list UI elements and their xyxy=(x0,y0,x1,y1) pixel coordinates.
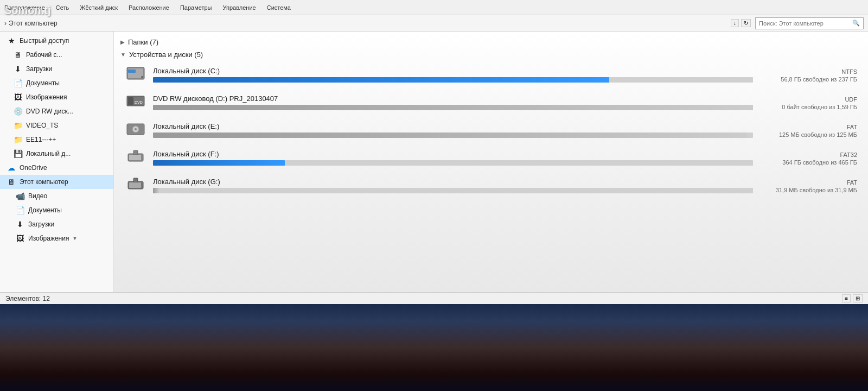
content-area: ▶ Папки (7) ▼ Устройства и диски (5) Лок… xyxy=(114,31,868,292)
drive-e-details: FAT 125 МБ свободно из 125 МБ xyxy=(760,124,857,138)
sidebar-label-video: Видео xyxy=(28,192,47,200)
search-icon: 🔍 xyxy=(852,20,860,27)
svg-rect-15 xyxy=(129,182,141,188)
refresh-button[interactable]: ↓ xyxy=(731,19,739,27)
drive-f-fs: FAT32 xyxy=(760,152,857,158)
hdd-icon: 💾 xyxy=(13,149,23,158)
sidebar: ★ Быстрый доступ 🖥 Рабочий с... ⬇ Загруз… xyxy=(0,31,114,292)
toolbar-system[interactable]: Система xyxy=(267,4,291,11)
sidebar-item-docs2[interactable]: 📄 Документы xyxy=(0,203,113,217)
drive-c-fill xyxy=(153,77,609,83)
search-input[interactable] xyxy=(759,20,852,27)
drive-e-info: Локальный диск (E:) xyxy=(153,122,753,139)
sidebar-item-desktop[interactable]: 🖥 Рабочий с... xyxy=(0,48,113,62)
devices-section-label: Устройства и диски (5) xyxy=(129,51,203,59)
view-tiles-button[interactable]: ⊞ xyxy=(853,294,863,302)
drive-d-name: DVD RW дисковод (D:) PRJ_20130407 xyxy=(153,94,753,103)
sidebar-item-local-d[interactable]: 💾 Локальный д... xyxy=(0,147,113,161)
sidebar-item-video-ts[interactable]: 📁 VIDEO_TS xyxy=(0,118,113,133)
sidebar-label-docs2: Документы xyxy=(28,206,62,214)
sidebar-label-pictures: Изображения xyxy=(26,93,67,101)
sidebar-item-quick-access[interactable]: ★ Быстрый доступ xyxy=(0,34,113,48)
sidebar-item-onedrive[interactable]: ☁ OneDrive xyxy=(0,161,113,175)
toolbar-params[interactable]: Параметры xyxy=(180,4,212,11)
drive-f-bar xyxy=(153,160,753,166)
toolbar-hdd-label: Жёсткий диск xyxy=(80,4,118,11)
sidebar-label-video-ts: VIDEO_TS xyxy=(26,122,58,129)
sidebar-item-pictures[interactable]: 🖼 Изображения xyxy=(0,90,113,104)
img-icon: 🖼 xyxy=(15,234,25,243)
video-icon: 📹 xyxy=(15,192,25,200)
sidebar-item-dls2[interactable]: ⬇ Загрузки xyxy=(0,217,113,231)
sidebar-label-images: Изображения xyxy=(28,235,69,242)
drive-f-fill xyxy=(153,160,285,166)
toolbar-manage[interactable]: Управление xyxy=(223,4,256,11)
sidebar-label-dvd: DVD RW диск... xyxy=(26,108,73,115)
svg-rect-14 xyxy=(133,178,138,182)
dvd-icon: 💿 xyxy=(13,107,23,116)
drive-f-info: Локальный диск (F:) xyxy=(153,150,753,167)
drive-d-info: DVD RW дисковод (D:) PRJ_20130407 xyxy=(153,94,753,111)
drive-c-bar xyxy=(153,77,753,83)
toolbar-manage-label: Управление xyxy=(223,4,256,11)
reload-button[interactable]: ↻ xyxy=(741,19,751,27)
sidebar-label-downloads: Загрузки xyxy=(26,65,52,73)
drive-c-name: Локальный диск (C:) xyxy=(153,67,753,75)
drive-g-icon xyxy=(125,176,146,196)
drive-g-bar xyxy=(153,188,753,193)
dl2-icon: ⬇ xyxy=(15,220,25,229)
items-count: Элементов: 12 xyxy=(5,295,50,302)
drive-d-fs: UDF xyxy=(760,96,857,103)
desktop-background xyxy=(0,304,868,391)
view-details-button[interactable]: ≡ xyxy=(842,294,851,302)
drive-f-item[interactable]: Локальный диск (F:) FAT32 364 ГБ свободн… xyxy=(120,145,861,172)
drive-e-item[interactable]: Локальный диск (E:) FAT 125 МБ свободно … xyxy=(120,117,861,144)
picture-icon: 🖼 xyxy=(13,93,23,102)
drive-g-item[interactable]: Локальный диск (G:) FAT 31,9 МБ свободно… xyxy=(120,173,861,199)
doc-icon: 📄 xyxy=(13,79,23,87)
toolbar-location-label: Расположение xyxy=(4,4,45,11)
folders-arrow-icon: ▶ xyxy=(120,39,125,45)
drive-c-info: Локальный диск (C:) xyxy=(153,67,753,84)
doc2-icon: 📄 xyxy=(15,206,25,215)
svg-point-2 xyxy=(141,76,143,78)
search-box[interactable]: 🔍 xyxy=(755,17,864,29)
drive-c-icon xyxy=(125,65,146,85)
drive-g-free: 31,9 МБ свободно из 31,9 МБ xyxy=(760,187,857,193)
chevron-down-icon: ▼ xyxy=(72,236,77,241)
address-bar: › Этот компьютер ↓ ↻ 🔍 xyxy=(0,15,868,31)
drive-g-info: Локальный диск (G:) xyxy=(153,178,753,194)
toolbar-network[interactable]: Сеть xyxy=(56,4,69,11)
toolbar-network-label: Сеть xyxy=(56,4,69,11)
drive-c-fs: NTFS xyxy=(760,68,857,75)
toolbar-location2[interactable]: Расположение xyxy=(129,4,169,11)
breadcrumb[interactable]: › Этот компьютер xyxy=(4,20,726,27)
devices-section-header[interactable]: ▼ Устройства и диски (5) xyxy=(120,48,861,61)
devices-arrow-icon: ▼ xyxy=(120,52,126,58)
drive-g-fs: FAT xyxy=(760,179,857,186)
sidebar-item-this-pc[interactable]: 🖥 Этот компьютер xyxy=(0,175,113,189)
drive-f-icon xyxy=(125,148,146,168)
svg-text:DVD: DVD xyxy=(135,100,143,104)
toolbar-hdd[interactable]: Жёсткий диск xyxy=(80,4,118,11)
sidebar-item-ee11[interactable]: 📁 ЕЕ11---++ xyxy=(0,133,113,147)
svg-rect-11 xyxy=(133,150,138,155)
drive-c-item[interactable]: Локальный диск (C:) NTFS 56,8 ГБ свободн… xyxy=(120,62,861,89)
sidebar-item-dvd[interactable]: 💿 DVD RW диск... xyxy=(0,104,113,118)
svg-point-9 xyxy=(135,128,137,130)
cloud-icon: ☁ xyxy=(7,163,16,172)
breadcrumb-label: Этот компьютер xyxy=(9,20,58,27)
sidebar-label-dls2: Загрузки xyxy=(28,220,54,228)
sidebar-item-documents[interactable]: 📄 Документы xyxy=(0,76,113,90)
sidebar-label-ee11: ЕЕ11---++ xyxy=(26,136,56,143)
drive-d-icon: DVD xyxy=(125,93,146,113)
toolbar-location[interactable]: Расположение xyxy=(4,4,45,11)
sidebar-item-images[interactable]: 🖼 Изображения ▼ xyxy=(0,231,113,245)
folders-section-header[interactable]: ▶ Папки (7) xyxy=(120,36,861,48)
drive-d-details: UDF 0 байт свободно из 1,59 ГБ xyxy=(760,96,857,110)
sidebar-label-this-pc: Этот компьютер xyxy=(20,178,68,186)
sidebar-item-downloads[interactable]: ⬇ Загрузки xyxy=(0,62,113,76)
drive-c-free: 56,8 ГБ свободно из 237 ГБ xyxy=(760,76,857,83)
drive-d-item[interactable]: DVD DVD RW дисковод (D:) PRJ_20130407 UD… xyxy=(120,90,861,116)
sidebar-item-video[interactable]: 📹 Видео xyxy=(0,189,113,203)
